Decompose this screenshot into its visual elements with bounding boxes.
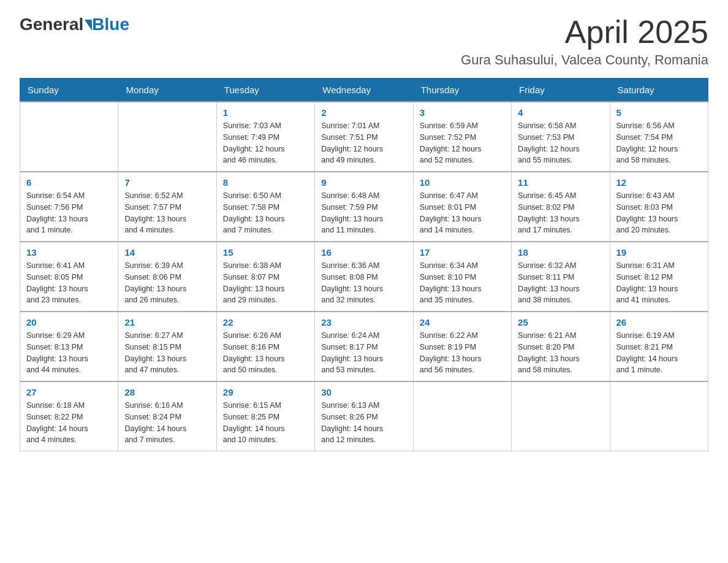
- day-info: Sunrise: 7:03 AM Sunset: 7:49 PM Dayligh…: [223, 120, 308, 166]
- day-info: Sunrise: 6:24 AM Sunset: 8:17 PM Dayligh…: [321, 330, 406, 376]
- week-row-1: 1Sunrise: 7:03 AM Sunset: 7:49 PM Daylig…: [20, 102, 708, 172]
- calendar-cell: 11Sunrise: 6:45 AM Sunset: 8:02 PM Dayli…: [512, 172, 610, 242]
- day-number: 8: [223, 177, 308, 188]
- calendar-cell: 23Sunrise: 6:24 AM Sunset: 8:17 PM Dayli…: [315, 312, 413, 381]
- week-row-2: 6Sunrise: 6:54 AM Sunset: 7:56 PM Daylig…: [20, 172, 708, 242]
- location-title: Gura Suhasului, Valcea County, Romania: [461, 52, 708, 68]
- day-number: 3: [420, 107, 505, 118]
- day-number: 21: [124, 317, 210, 327]
- logo: General Blue: [20, 15, 129, 34]
- day-info: Sunrise: 7:01 AM Sunset: 7:51 PM Dayligh…: [321, 120, 406, 166]
- day-number: 6: [26, 177, 112, 188]
- day-info: Sunrise: 6:16 AM Sunset: 8:24 PM Dayligh…: [124, 400, 210, 446]
- calendar-cell: 8Sunrise: 6:50 AM Sunset: 7:58 PM Daylig…: [216, 172, 314, 242]
- week-row-3: 13Sunrise: 6:41 AM Sunset: 8:05 PM Dayli…: [20, 242, 708, 312]
- week-row-5: 27Sunrise: 6:18 AM Sunset: 8:22 PM Dayli…: [20, 381, 708, 451]
- col-header-sunday: Sunday: [20, 79, 118, 102]
- day-number: 25: [518, 317, 603, 327]
- day-number: 23: [321, 317, 406, 327]
- day-number: 16: [321, 247, 406, 258]
- day-info: Sunrise: 6:45 AM Sunset: 8:02 PM Dayligh…: [518, 190, 603, 236]
- calendar-cell: 13Sunrise: 6:41 AM Sunset: 8:05 PM Dayli…: [20, 242, 118, 312]
- day-number: 20: [26, 317, 112, 327]
- day-number: 29: [223, 387, 308, 397]
- calendar-header-row: SundayMondayTuesdayWednesdayThursdayFrid…: [20, 79, 708, 102]
- calendar-cell: 9Sunrise: 6:48 AM Sunset: 7:59 PM Daylig…: [315, 172, 413, 242]
- day-number: 30: [321, 387, 406, 397]
- day-number: 12: [616, 177, 702, 188]
- day-number: 13: [26, 247, 112, 258]
- calendar-cell: 20Sunrise: 6:29 AM Sunset: 8:13 PM Dayli…: [20, 312, 118, 381]
- calendar-cell: 12Sunrise: 6:43 AM Sunset: 8:03 PM Dayli…: [610, 172, 708, 242]
- calendar-cell: [610, 381, 708, 451]
- calendar-cell: 26Sunrise: 6:19 AM Sunset: 8:21 PM Dayli…: [610, 312, 708, 381]
- page-header: General Blue April 2025 Gura Suhasului, …: [20, 15, 708, 68]
- calendar-table: SundayMondayTuesdayWednesdayThursdayFrid…: [20, 78, 708, 451]
- day-info: Sunrise: 6:48 AM Sunset: 7:59 PM Dayligh…: [321, 190, 406, 236]
- calendar-cell: 1Sunrise: 7:03 AM Sunset: 7:49 PM Daylig…: [216, 102, 314, 172]
- calendar-cell: 22Sunrise: 6:26 AM Sunset: 8:16 PM Dayli…: [216, 312, 314, 381]
- calendar-cell: 21Sunrise: 6:27 AM Sunset: 8:15 PM Dayli…: [118, 312, 216, 381]
- calendar-cell: 10Sunrise: 6:47 AM Sunset: 8:01 PM Dayli…: [413, 172, 511, 242]
- day-number: 28: [124, 387, 210, 397]
- day-info: Sunrise: 6:43 AM Sunset: 8:03 PM Dayligh…: [616, 190, 702, 236]
- calendar-cell: 30Sunrise: 6:13 AM Sunset: 8:26 PM Dayli…: [315, 381, 413, 451]
- day-info: Sunrise: 6:31 AM Sunset: 8:12 PM Dayligh…: [616, 260, 702, 306]
- col-header-thursday: Thursday: [413, 79, 511, 102]
- calendar-cell: 28Sunrise: 6:16 AM Sunset: 8:24 PM Dayli…: [118, 381, 216, 451]
- day-info: Sunrise: 6:21 AM Sunset: 8:20 PM Dayligh…: [518, 330, 603, 376]
- calendar-cell: 27Sunrise: 6:18 AM Sunset: 8:22 PM Dayli…: [20, 381, 118, 451]
- calendar-cell: 4Sunrise: 6:58 AM Sunset: 7:53 PM Daylig…: [512, 102, 610, 172]
- day-number: 10: [420, 177, 505, 188]
- day-info: Sunrise: 6:39 AM Sunset: 8:06 PM Dayligh…: [124, 260, 210, 306]
- day-number: 26: [616, 317, 702, 327]
- day-info: Sunrise: 6:29 AM Sunset: 8:13 PM Dayligh…: [26, 330, 112, 376]
- day-info: Sunrise: 6:52 AM Sunset: 7:57 PM Dayligh…: [124, 190, 210, 236]
- day-info: Sunrise: 6:13 AM Sunset: 8:26 PM Dayligh…: [321, 400, 406, 446]
- day-info: Sunrise: 6:22 AM Sunset: 8:19 PM Dayligh…: [420, 330, 505, 376]
- day-info: Sunrise: 6:15 AM Sunset: 8:25 PM Dayligh…: [223, 400, 308, 446]
- logo-general-text: General: [20, 15, 83, 34]
- calendar-cell: 18Sunrise: 6:32 AM Sunset: 8:11 PM Dayli…: [512, 242, 610, 312]
- calendar-cell: [118, 102, 216, 172]
- day-info: Sunrise: 6:56 AM Sunset: 7:54 PM Dayligh…: [616, 120, 702, 166]
- col-header-friday: Friday: [512, 79, 610, 102]
- calendar-cell: 3Sunrise: 6:59 AM Sunset: 7:52 PM Daylig…: [413, 102, 511, 172]
- calendar-cell: 15Sunrise: 6:38 AM Sunset: 8:07 PM Dayli…: [216, 242, 314, 312]
- col-header-monday: Monday: [118, 79, 216, 102]
- day-number: 14: [124, 247, 210, 258]
- title-section: April 2025 Gura Suhasului, Valcea County…: [461, 15, 708, 68]
- col-header-saturday: Saturday: [610, 79, 708, 102]
- logo-triangle-icon: [85, 20, 92, 31]
- calendar-cell: [512, 381, 610, 451]
- day-number: 2: [321, 107, 406, 118]
- day-info: Sunrise: 6:38 AM Sunset: 8:07 PM Dayligh…: [223, 260, 308, 306]
- day-info: Sunrise: 6:47 AM Sunset: 8:01 PM Dayligh…: [420, 190, 505, 236]
- calendar-cell: 7Sunrise: 6:52 AM Sunset: 7:57 PM Daylig…: [118, 172, 216, 242]
- logo-blue-part: Blue: [83, 15, 129, 34]
- calendar-cell: 17Sunrise: 6:34 AM Sunset: 8:10 PM Dayli…: [413, 242, 511, 312]
- day-info: Sunrise: 6:32 AM Sunset: 8:11 PM Dayligh…: [518, 260, 603, 306]
- calendar-cell: 2Sunrise: 7:01 AM Sunset: 7:51 PM Daylig…: [315, 102, 413, 172]
- calendar-cell: 5Sunrise: 6:56 AM Sunset: 7:54 PM Daylig…: [610, 102, 708, 172]
- calendar-cell: [20, 102, 118, 172]
- calendar-cell: 19Sunrise: 6:31 AM Sunset: 8:12 PM Dayli…: [610, 242, 708, 312]
- calendar-cell: 6Sunrise: 6:54 AM Sunset: 7:56 PM Daylig…: [20, 172, 118, 242]
- day-info: Sunrise: 6:54 AM Sunset: 7:56 PM Dayligh…: [26, 190, 112, 236]
- day-number: 22: [223, 317, 308, 327]
- day-number: 18: [518, 247, 603, 258]
- day-number: 4: [518, 107, 603, 118]
- day-info: Sunrise: 6:59 AM Sunset: 7:52 PM Dayligh…: [420, 120, 505, 166]
- day-info: Sunrise: 6:50 AM Sunset: 7:58 PM Dayligh…: [223, 190, 308, 236]
- month-title: April 2025: [461, 15, 708, 50]
- day-number: 9: [321, 177, 406, 188]
- day-info: Sunrise: 6:34 AM Sunset: 8:10 PM Dayligh…: [420, 260, 505, 306]
- day-number: 19: [616, 247, 702, 258]
- day-info: Sunrise: 6:41 AM Sunset: 8:05 PM Dayligh…: [26, 260, 112, 306]
- col-header-wednesday: Wednesday: [315, 79, 413, 102]
- calendar-cell: 25Sunrise: 6:21 AM Sunset: 8:20 PM Dayli…: [512, 312, 610, 381]
- day-number: 17: [420, 247, 505, 258]
- day-info: Sunrise: 6:18 AM Sunset: 8:22 PM Dayligh…: [26, 400, 112, 446]
- calendar-cell: [413, 381, 511, 451]
- calendar-cell: 24Sunrise: 6:22 AM Sunset: 8:19 PM Dayli…: [413, 312, 511, 381]
